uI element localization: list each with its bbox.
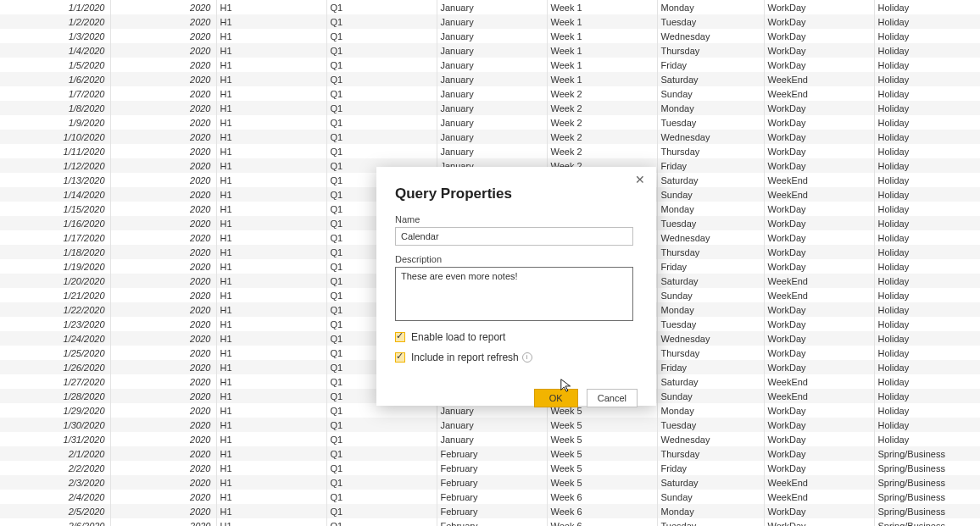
table-row[interactable]: 1/7/20202020H1Q1JanuaryWeek 2SundayWeekE… <box>0 86 980 101</box>
cell-day: Saturday <box>657 374 764 389</box>
table-row[interactable]: 2/1/20202020H1Q1FebruaryWeek 5ThursdayWo… <box>0 446 980 461</box>
table-row[interactable]: 2/2/20202020H1Q1FebruaryWeek 5FridayWork… <box>0 461 980 475</box>
table-row[interactable]: 1/31/20202020H1Q1JanuaryWeek 5WednesdayW… <box>0 432 980 446</box>
cancel-button[interactable]: Cancel <box>587 389 638 407</box>
cell-day: Monday <box>657 202 764 216</box>
cell-hol: Holiday <box>874 259 980 274</box>
table-row[interactable]: 2/5/20202020H1Q1FebruaryWeek 6MondayWork… <box>0 504 980 518</box>
cell-hol: Holiday <box>874 29 980 43</box>
cell-day: Tuesday <box>657 216 764 230</box>
cell-q: Q1 <box>326 504 437 518</box>
table-row[interactable]: 1/10/20202020H1Q1JanuaryWeek 2WednesdayW… <box>0 130 980 144</box>
cell-date: 1/7/2020 <box>0 86 110 101</box>
cell-wk: WorkDay <box>764 461 874 475</box>
cell-day: Monday <box>657 0 764 14</box>
cell-year: 2020 <box>110 0 216 14</box>
table-row[interactable]: 1/1/20202020H1Q1JanuaryWeek 1MondayWorkD… <box>0 0 980 14</box>
cell-date: 1/14/2020 <box>0 187 110 202</box>
cell-week: Week 1 <box>547 58 657 72</box>
cell-wk: WorkDay <box>764 101 874 115</box>
table-row[interactable]: 1/3/20202020H1Q1JanuaryWeek 1WednesdayWo… <box>0 29 980 43</box>
cell-week: Week 6 <box>547 490 657 504</box>
table-row[interactable]: 1/11/20202020H1Q1JanuaryWeek 2ThursdayWo… <box>0 144 980 158</box>
cell-wk: WeekEnd <box>764 490 874 504</box>
cell-q: Q1 <box>326 58 437 72</box>
cell-year: 2020 <box>110 43 216 58</box>
cell-date: 1/22/2020 <box>0 302 110 317</box>
cell-date: 1/23/2020 <box>0 317 110 331</box>
cell-half: H1 <box>216 288 326 302</box>
cell-day: Tuesday <box>657 115 764 130</box>
cell-day: Sunday <box>657 389 764 403</box>
cell-wk: WeekEnd <box>764 288 874 302</box>
cell-wk: WorkDay <box>764 317 874 331</box>
cell-half: H1 <box>216 346 326 360</box>
cell-wk: WorkDay <box>764 144 874 158</box>
cell-date: 2/2/2020 <box>0 461 110 475</box>
cell-wk: WeekEnd <box>764 389 874 403</box>
cell-year: 2020 <box>110 317 216 331</box>
cell-half: H1 <box>216 475 326 490</box>
cell-hol: Holiday <box>874 331 980 346</box>
cell-q: Q1 <box>326 518 437 526</box>
cell-day: Sunday <box>657 288 764 302</box>
close-icon[interactable]: ✕ <box>632 174 648 189</box>
cell-year: 2020 <box>110 173 216 187</box>
table-row[interactable]: 2/6/20202020H1Q1FebruaryWeek 6TuesdayWor… <box>0 518 980 526</box>
cell-year: 2020 <box>110 72 216 86</box>
cell-q: Q1 <box>326 115 437 130</box>
cell-half: H1 <box>216 173 326 187</box>
table-row[interactable]: 1/5/20202020H1Q1JanuaryWeek 1FridayWorkD… <box>0 58 980 72</box>
cell-half: H1 <box>216 130 326 144</box>
cell-wk: WeekEnd <box>764 374 874 389</box>
cell-q: Q1 <box>326 475 437 490</box>
cell-year: 2020 <box>110 202 216 216</box>
cell-date: 2/3/2020 <box>0 475 110 490</box>
table-row[interactable]: 2/4/20202020H1Q1FebruaryWeek 6SundayWeek… <box>0 490 980 504</box>
cell-month: January <box>437 144 547 158</box>
cell-day: Wednesday <box>657 230 764 245</box>
cell-date: 1/11/2020 <box>0 144 110 158</box>
cell-day: Monday <box>657 101 764 115</box>
table-row[interactable]: 1/6/20202020H1Q1JanuaryWeek 1SaturdayWee… <box>0 72 980 86</box>
info-icon[interactable]: i <box>522 352 532 363</box>
table-row[interactable]: 1/4/20202020H1Q1JanuaryWeek 1ThursdayWor… <box>0 43 980 58</box>
cell-hol: Holiday <box>874 346 980 360</box>
cell-wk: WorkDay <box>764 418 874 432</box>
cell-wk: WorkDay <box>764 115 874 130</box>
table-row[interactable]: 2/3/20202020H1Q1FebruaryWeek 5SaturdayWe… <box>0 475 980 490</box>
cell-year: 2020 <box>110 302 216 317</box>
name-input[interactable] <box>395 227 633 246</box>
cell-q: Q1 <box>326 86 437 101</box>
cell-day: Saturday <box>657 274 764 288</box>
cell-week: Week 1 <box>547 29 657 43</box>
cell-year: 2020 <box>110 446 216 461</box>
include-refresh-checkbox[interactable] <box>395 352 405 363</box>
cell-year: 2020 <box>110 158 216 173</box>
cell-day: Thursday <box>657 446 764 461</box>
table-row[interactable]: 1/9/20202020H1Q1JanuaryWeek 2TuesdayWork… <box>0 115 980 130</box>
cell-year: 2020 <box>110 130 216 144</box>
cell-wk: WorkDay <box>764 216 874 230</box>
cell-wk: WorkDay <box>764 202 874 216</box>
dialog-title: Query Properties <box>395 185 638 202</box>
cell-date: 1/24/2020 <box>0 331 110 346</box>
cell-month: January <box>437 115 547 130</box>
cell-month: January <box>437 101 547 115</box>
cell-hol: Holiday <box>874 230 980 245</box>
cell-hol: Holiday <box>874 101 980 115</box>
cell-month: February <box>437 461 547 475</box>
cell-date: 2/5/2020 <box>0 504 110 518</box>
cell-date: 1/3/2020 <box>0 29 110 43</box>
cell-month: February <box>437 518 547 526</box>
cell-wk: WorkDay <box>764 0 874 14</box>
description-input[interactable] <box>395 267 633 321</box>
cell-day: Monday <box>657 302 764 317</box>
cell-half: H1 <box>216 101 326 115</box>
ok-button[interactable]: OK <box>534 389 578 407</box>
cell-week: Week 1 <box>547 43 657 58</box>
enable-load-checkbox[interactable] <box>395 332 405 342</box>
table-row[interactable]: 1/8/20202020H1Q1JanuaryWeek 2MondayWorkD… <box>0 101 980 115</box>
cell-hol: Holiday <box>874 202 980 216</box>
table-row[interactable]: 1/2/20202020H1Q1JanuaryWeek 1TuesdayWork… <box>0 14 980 29</box>
